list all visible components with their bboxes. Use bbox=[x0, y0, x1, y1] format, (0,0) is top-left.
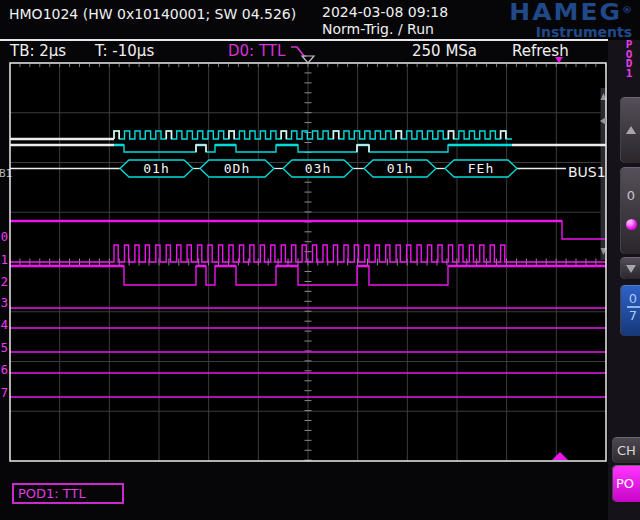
bus-name-label: BUS1 bbox=[568, 164, 606, 180]
bus-value-text: 01h bbox=[143, 161, 169, 176]
channel-number-label: 3 bbox=[1, 296, 8, 310]
bus-value-text: 03h bbox=[305, 161, 331, 176]
range-top-value: 0 bbox=[620, 291, 640, 306]
channel-number-label: 0 bbox=[1, 230, 8, 244]
channel-select-button[interactable]: 0 bbox=[620, 167, 640, 254]
waveform-display: 01h0Dh03h01hFEhBUS1B101234567 bbox=[0, 0, 640, 520]
channel-number-label: 5 bbox=[1, 341, 8, 355]
oscilloscope-screen: HMO1024 (HW 0x10140001; SW 04.526) 2024-… bbox=[0, 0, 640, 520]
pod-softkey-button[interactable]: PO bbox=[612, 465, 640, 502]
bus-value-text: FEh bbox=[468, 161, 494, 176]
range-bottom-value: 7 bbox=[620, 308, 640, 323]
channel-up-button[interactable] bbox=[620, 97, 640, 163]
trigger-time-top-marker-icon bbox=[555, 57, 563, 63]
bus-value-text: 01h bbox=[387, 161, 413, 176]
magenta-dot-icon bbox=[626, 219, 637, 230]
channel-number-label: 6 bbox=[1, 363, 8, 377]
channel-number-label: 7 bbox=[1, 386, 8, 400]
pod1-vertical-title: P O D 1 bbox=[623, 40, 635, 78]
pod1-mode-badge: POD1: TTL bbox=[12, 483, 124, 504]
channel-number-label: 1 bbox=[1, 253, 8, 267]
channel-range-button[interactable]: 0 7 bbox=[620, 285, 640, 336]
channel-number-label: 4 bbox=[1, 318, 8, 332]
bus-value-text: 0Dh bbox=[224, 161, 250, 176]
selected-channel-value: 0 bbox=[620, 188, 640, 203]
triangle-up-icon bbox=[626, 126, 636, 134]
channel-number-label: 2 bbox=[1, 275, 8, 289]
triangle-down-icon bbox=[626, 265, 636, 273]
channel-down-button[interactable] bbox=[620, 257, 640, 279]
center-time-marker-icon bbox=[302, 56, 314, 63]
ch-softkey-button[interactable]: CH bbox=[612, 437, 640, 463]
